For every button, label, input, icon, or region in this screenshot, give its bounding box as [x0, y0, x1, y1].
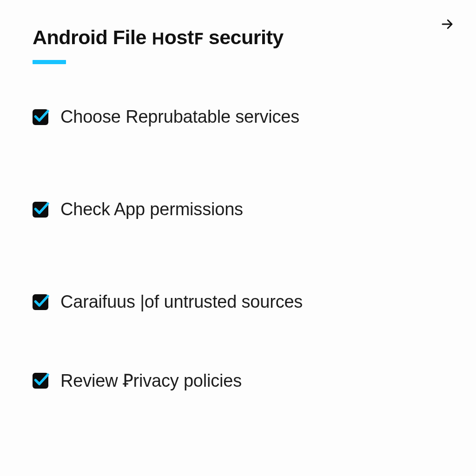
list-item-label: Review Ꝑrivacy policies: [60, 370, 242, 391]
next-arrow-button[interactable]: [439, 17, 456, 33]
page-root: Android File ʜostꜰ security Choose Repru…: [0, 0, 476, 476]
checkbox-checked[interactable]: [33, 373, 48, 389]
list-item: Choose Reprubatable services: [33, 107, 443, 127]
title-underline: [33, 60, 66, 64]
list-item-label: Choose Reprubatable services: [60, 107, 299, 127]
list-item: Caraifuus |of untrusted sources: [33, 292, 443, 312]
list-item: Review Ꝑrivacy policies: [33, 370, 443, 391]
checkbox-checked[interactable]: [33, 294, 48, 310]
checkbox-checked[interactable]: [33, 109, 48, 125]
security-checklist: Choose Reprubatable services Check App p…: [33, 107, 443, 391]
checkbox-checked[interactable]: [33, 202, 48, 218]
list-item-label: Caraifuus |of untrusted sources: [60, 292, 303, 312]
arrow-right-icon: [440, 17, 454, 33]
page-title: Android File ʜostꜰ security: [33, 26, 443, 49]
list-item: Check App permissions: [33, 199, 443, 219]
list-item-label: Check App permissions: [60, 199, 243, 219]
